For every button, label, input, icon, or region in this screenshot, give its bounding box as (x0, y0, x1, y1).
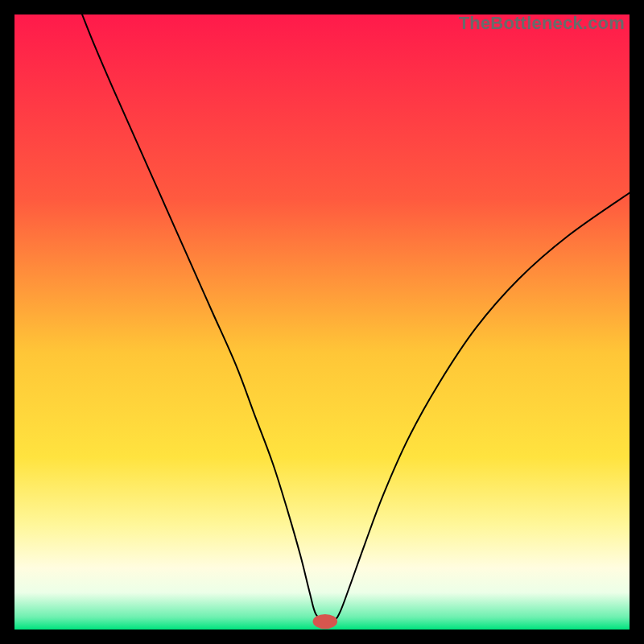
watermark-text: TheBottleneck.com (459, 13, 625, 34)
minimum-marker (313, 614, 338, 629)
chart-background (14, 14, 630, 630)
chart-plot (14, 14, 630, 630)
chart-marker-group (313, 614, 338, 629)
chart-frame: TheBottleneck.com (14, 14, 630, 630)
